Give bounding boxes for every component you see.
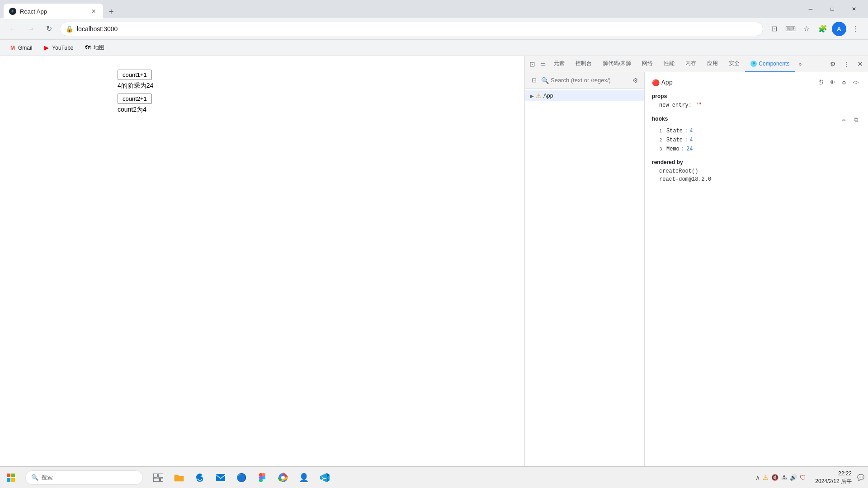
component-tree-area: ▶ ⚠ App <box>525 89 644 488</box>
devtools-tab-performance[interactable]: 性能 <box>658 56 680 72</box>
hook-colon-3: : <box>681 146 684 152</box>
devtools-tab-sources[interactable]: 源代码/来源 <box>597 56 637 72</box>
close-button[interactable]: ✕ <box>844 2 864 16</box>
inspect-icon[interactable]: ⏱ <box>816 78 826 88</box>
tree-item-app[interactable]: ▶ ⚠ App <box>525 90 644 101</box>
taskbar-app-user[interactable]: 👤 <box>294 468 314 488</box>
devtools-tab-console[interactable]: 控制台 <box>570 56 597 72</box>
translate-button[interactable]: ⌨ <box>783 22 797 36</box>
taskbar-app-teams[interactable]: 🔵 <box>231 468 251 488</box>
tray-network-icon[interactable]: 🖧 <box>781 474 787 481</box>
svg-rect-2 <box>7 478 10 482</box>
eye-icon[interactable]: 👁 <box>827 78 837 88</box>
minimize-button[interactable]: ─ <box>800 2 821 16</box>
error-icon: 🔴 <box>652 79 660 87</box>
taskbar-clock[interactable]: 22:22 2024/2/12 后午 <box>811 470 855 485</box>
svg-rect-5 <box>158 474 163 477</box>
hook-type-2: State <box>666 137 683 143</box>
active-tab[interactable]: ⚛ React App ✕ <box>4 4 103 19</box>
devtools-panel: ⊡ ▭ 元素 控制台 源代码/来源 网络 性能 内存 应用 安全 ⚛ Compo… <box>524 56 868 488</box>
new-tab-button[interactable]: + <box>105 5 118 18</box>
bookmark-maps-label: 地图 <box>94 44 104 52</box>
count2-button[interactable]: count2+1 <box>118 94 152 104</box>
hooks-edit-icon[interactable]: ✏ <box>839 115 849 125</box>
tree-navigate-button[interactable]: ⊡ <box>528 75 539 86</box>
taskbar: 🔍 搜索 🔵 👤 <box>0 466 868 488</box>
taskbar-app-chrome[interactable] <box>273 468 293 488</box>
taskbar-app-explorer[interactable] <box>169 468 189 488</box>
tray-mute-icon[interactable]: 🔇 <box>771 474 778 481</box>
taskbar-app-mail[interactable] <box>211 468 231 488</box>
maximize-button[interactable]: □ <box>822 2 843 16</box>
notification-button[interactable]: 💬 <box>857 474 864 481</box>
svg-rect-4 <box>153 474 157 477</box>
devtools-close-button[interactable]: ✕ <box>854 58 866 70</box>
devtools-tab-network[interactable]: 网络 <box>637 56 658 72</box>
devtools-more-tabs[interactable]: » <box>795 56 805 72</box>
devtools-tab-application[interactable]: 应用 <box>702 56 723 72</box>
cast-button[interactable]: ⊡ <box>767 22 781 36</box>
clock-time: 22:22 <box>815 470 852 478</box>
hook-type-3: Memo <box>666 146 679 152</box>
taskbar-search-icon: 🔍 <box>31 474 38 481</box>
svg-rect-0 <box>7 474 10 477</box>
bookmark-maps[interactable]: 🗺 地图 <box>81 42 108 53</box>
tab-close-button[interactable]: ✕ <box>90 7 98 15</box>
back-button[interactable]: ← <box>5 22 20 36</box>
extension-button[interactable]: 🧩 <box>816 22 830 36</box>
hooks-copy-icon[interactable]: ⧉ <box>851 115 861 125</box>
search-input[interactable] <box>551 77 628 84</box>
hook-colon-1: : <box>684 128 688 134</box>
search-settings-button[interactable]: ⚙ <box>630 75 641 86</box>
devtools-more-button[interactable]: ⋮ <box>840 58 853 70</box>
taskbar-app-edge[interactable] <box>190 468 210 488</box>
rendered-item-1: createRoot() <box>652 167 861 175</box>
start-button[interactable] <box>0 467 22 488</box>
detail-action-icons: ⏱ 👁 ⚙ <> <box>816 78 861 88</box>
taskbar-app-figma[interactable] <box>252 468 272 488</box>
tree-arrow: ▶ <box>530 94 534 99</box>
devtools-tab-security[interactable]: 安全 <box>723 56 745 72</box>
devtools-tab-elements[interactable]: 元素 <box>548 56 570 72</box>
search-icon: 🔍 <box>541 77 549 84</box>
bookmark-youtube[interactable]: ▶ YouTube <box>39 42 77 53</box>
devtools-tab-components[interactable]: ⚛ Components <box>745 56 795 72</box>
devtools-tab-memory[interactable]: 内存 <box>680 56 702 72</box>
window-controls: ─ □ ✕ <box>800 2 864 16</box>
taskbar-app-vscode[interactable] <box>315 468 335 488</box>
taskbar-taskview[interactable] <box>148 468 168 488</box>
forward-button[interactable]: → <box>24 22 38 36</box>
tray-volume-icon[interactable]: 🔊 <box>790 474 797 481</box>
devtools-responsive-button[interactable]: ▭ <box>538 59 548 70</box>
hook-val-1: 4 <box>689 128 693 134</box>
address-bar[interactable]: 🔒 localhost:3000 <box>60 22 763 36</box>
url-text: localhost:3000 <box>77 25 757 33</box>
svg-rect-6 <box>153 478 160 482</box>
bookmark-button[interactable]: ☆ <box>799 22 814 36</box>
tray-warning-icon[interactable]: ⚠ <box>763 474 769 481</box>
tray-chevron[interactable]: ∧ <box>755 474 760 481</box>
tray-antivirus-icon[interactable]: 🛡 <box>800 474 806 481</box>
source-icon[interactable]: <> <box>851 78 861 88</box>
menu-button[interactable]: ⋮ <box>848 22 863 36</box>
svg-rect-8 <box>216 474 225 481</box>
taskbar-search-label: 搜索 <box>41 474 53 482</box>
bookmark-gmail[interactable]: M Gmail <box>5 42 36 53</box>
devtools-settings-button[interactable]: ⚙ <box>826 58 839 70</box>
maps-icon: 🗺 <box>85 44 92 52</box>
gmail-icon: M <box>9 44 16 52</box>
count1-button[interactable]: count1+1 <box>118 70 152 80</box>
youtube-icon: ▶ <box>43 44 50 52</box>
hook-num-2: 2 <box>659 137 665 143</box>
title-bar: ⚛ React App ✕ + ─ □ ✕ <box>0 0 868 18</box>
taskbar-right: ∧ ⚠ 🔇 🖧 🔊 🛡 22:22 2024/2/12 后午 💬 <box>752 470 868 485</box>
devtools-inspect-button[interactable]: ⊡ <box>527 59 538 70</box>
settings-icon-detail[interactable]: ⚙ <box>839 78 849 88</box>
reload-button[interactable]: ↻ <box>42 22 56 36</box>
web-content: count1+1 4的阶乘为24 count2+1 count2为4 <box>0 56 524 488</box>
warning-icon: ⚠ <box>536 92 542 99</box>
hook-val-3: 24 <box>686 146 693 152</box>
components-tree-panel: ⊡ 🔍 ⚙ ▶ ⚠ App <box>525 72 645 488</box>
taskbar-search[interactable]: 🔍 搜索 <box>25 470 143 485</box>
profile-button[interactable]: A <box>832 22 846 36</box>
